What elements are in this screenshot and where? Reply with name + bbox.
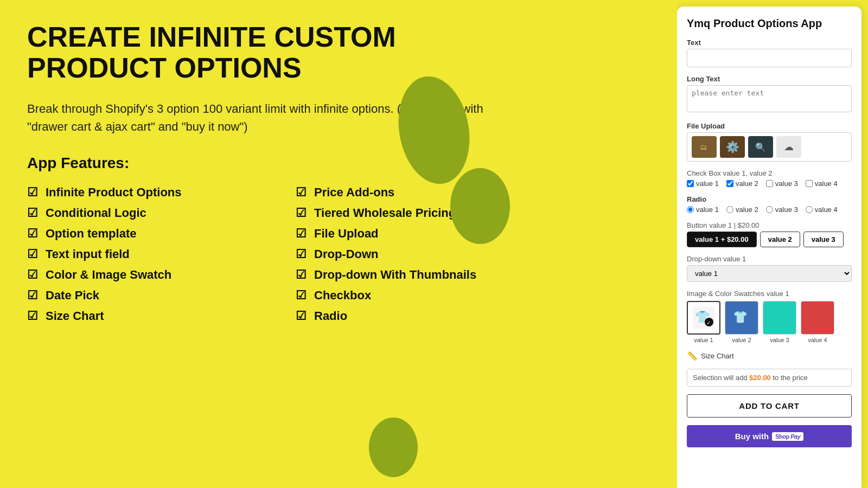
svg-text:✓: ✓ [706, 320, 711, 326]
button-selector-section: Button value 1 | $20.00 value 1 + $20.00… [687, 221, 852, 247]
decorative-blob-2 [450, 168, 510, 244]
swatches-section: Image & Color Swatches value 1 👕 ✓ value… [687, 290, 852, 343]
buy-now-button[interactable]: Buy with Shop Pay [687, 425, 852, 447]
feature-text-input: ☑ Text input field [27, 247, 274, 261]
check-icon: ☑ [27, 227, 38, 241]
checkbox-3[interactable] [766, 180, 773, 187]
check-icon: ☑ [296, 185, 307, 200]
checkbox-row: value 1 value 2 value 3 value 4 [687, 179, 852, 188]
btn-option-1[interactable]: value 1 + $20.00 [687, 232, 757, 247]
price-amount: $20.00 [749, 374, 771, 382]
long-text-label: Long Text [687, 75, 852, 83]
size-chart-section[interactable]: 📏 Size Chart [687, 351, 852, 361]
feature-conditional: ☑ Conditional Logic [27, 206, 274, 220]
check-icon: ☑ [296, 227, 307, 241]
price-notice: Selection will add $20.00 to the price [687, 369, 852, 387]
swatch-item-2[interactable]: 👕 value 2 [725, 301, 758, 343]
add-to-cart-button[interactable]: ADD TO CART [687, 394, 852, 418]
feature-radio: ☑ Radio [296, 309, 542, 323]
check-icon: ☑ [296, 206, 307, 220]
panel-title: Ymq Product Options App [687, 17, 852, 30]
check-icon: ☑ [296, 247, 307, 261]
swatch-label-2: value 2 [732, 337, 751, 343]
swatch-item-4[interactable]: value 4 [801, 301, 834, 343]
btn-option-2[interactable]: value 2 [760, 232, 800, 247]
swatch-item-3[interactable]: value 3 [763, 301, 796, 343]
size-chart-link[interactable]: 📏 Size Chart [687, 351, 852, 361]
main-content: CREATE INFINITE CUSTOM PRODUCT OPTIONS B… [0, 0, 677, 488]
decorative-blob-3 [369, 418, 418, 477]
text-input[interactable] [687, 49, 852, 67]
dropdown-section: Drop-down value 1 value 1 value 2 value … [687, 255, 852, 282]
check-icon: ☑ [296, 288, 307, 303]
check-icon: ☑ [27, 206, 38, 220]
upload-icon-upload[interactable]: ☁ [776, 136, 801, 158]
checkbox-item-1[interactable]: value 1 [687, 179, 719, 188]
radio-section: Radio value 1 value 2 value 3 value 4 [687, 195, 852, 214]
feature-dropdown: ☑ Drop-Down [296, 247, 542, 261]
upload-icon-3[interactable]: 🔍 [748, 136, 773, 158]
feature-swatch: ☑ Color & Image Swatch [27, 268, 274, 282]
upload-icon-1[interactable]: 🗂 [692, 136, 717, 158]
swatch-box-2[interactable]: 👕 [725, 301, 758, 335]
shop-pay-logo: Shop Pay [772, 432, 803, 441]
feature-checkbox: ☑ Checkbox [296, 288, 542, 303]
checkbox-section: Check Box value 1, value 2 value 1 value… [687, 169, 852, 188]
feature-size-chart: ☑ Size Chart [27, 309, 274, 323]
buy-now-label: Buy with [735, 432, 769, 441]
radio-1[interactable] [687, 206, 694, 213]
swatch-box-3[interactable] [763, 301, 796, 335]
check-icon: ☑ [296, 268, 307, 282]
swatch-box-4[interactable] [801, 301, 834, 335]
radio-item-1[interactable]: value 1 [687, 206, 719, 214]
check-icon: ☑ [27, 309, 38, 323]
button-selector-label: Button value 1 | $20.00 [687, 221, 852, 229]
swatch-label-1: value 1 [694, 337, 713, 343]
feature-template: ☑ Option template [27, 227, 274, 241]
checkbox-item-3[interactable]: value 3 [766, 179, 798, 188]
check-icon: ☑ [27, 288, 38, 303]
long-text-input[interactable] [687, 85, 852, 112]
checkbox-4[interactable] [806, 180, 813, 187]
page-title: CREATE INFINITE CUSTOM PRODUCT OPTIONS [27, 22, 439, 84]
radio-item-4[interactable]: value 4 [806, 206, 838, 214]
size-chart-icon: 📏 [687, 351, 698, 361]
long-text-section: Long Text [687, 75, 852, 114]
svg-text:🗂: 🗂 [700, 143, 707, 151]
checkbox-item-2[interactable]: value 2 [726, 179, 758, 188]
file-upload-label: File Upload [687, 122, 852, 130]
upload-icon-2[interactable]: ⚙️ [720, 136, 745, 158]
feature-date-pick: ☑ Date Pick [27, 288, 274, 303]
swatch-box-1[interactable]: 👕 ✓ [687, 301, 720, 335]
checkbox-label: Check Box value 1, value 2 [687, 169, 852, 177]
file-upload-section: File Upload 🗂 ⚙️ 🔍 ☁ [687, 122, 852, 162]
checkbox-2[interactable] [726, 180, 733, 187]
swatch-label-4: value 4 [808, 337, 827, 343]
side-panel: Ymq Product Options App Text Long Text F… [677, 7, 861, 488]
file-upload-icons: 🗂 ⚙️ 🔍 ☁ [687, 132, 852, 162]
radio-row: value 1 value 2 value 3 value 4 [687, 206, 852, 214]
radio-2[interactable] [726, 206, 733, 213]
btn-option-3[interactable]: value 3 [803, 232, 844, 247]
svg-text:👕: 👕 [733, 310, 748, 324]
feature-infinite: ☑ Infinite Product Options [27, 185, 274, 200]
radio-3[interactable] [766, 206, 773, 213]
features-heading: App Features: [27, 155, 650, 172]
swatches-label: Image & Color Swatches value 1 [687, 290, 852, 298]
radio-4[interactable] [806, 206, 813, 213]
dropdown-label: Drop-down value 1 [687, 255, 852, 263]
feature-dropdown-thumbnails: ☑ Drop-down With Thumbnails [296, 268, 542, 282]
swatch-item-1[interactable]: 👕 ✓ value 1 [687, 301, 720, 343]
dropdown-select[interactable]: value 1 value 2 value 3 [687, 265, 852, 282]
checkbox-item-4[interactable]: value 4 [806, 179, 838, 188]
radio-item-3[interactable]: value 3 [766, 206, 798, 214]
radio-item-2[interactable]: value 2 [726, 206, 758, 214]
check-icon: ☑ [27, 185, 38, 200]
feature-file-upload: ☑ File Upload [296, 227, 542, 241]
check-icon: ☑ [296, 309, 307, 323]
swatches-grid: 👕 ✓ value 1 👕 value 2 [687, 301, 852, 343]
text-field-section: Text [687, 38, 852, 67]
checkbox-1[interactable] [687, 180, 694, 187]
swatch-label-3: value 3 [770, 337, 789, 343]
check-icon: ☑ [27, 247, 38, 261]
